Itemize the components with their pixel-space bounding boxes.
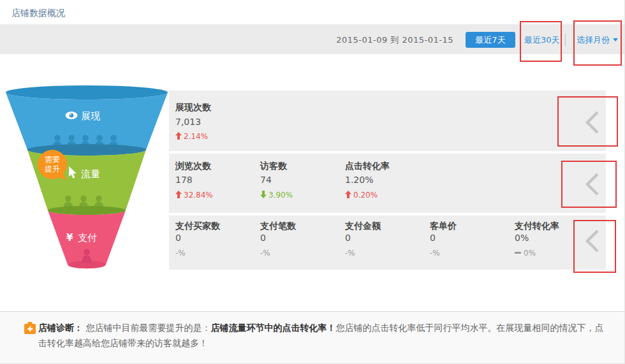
arrow-up-icon: [345, 191, 351, 198]
metric-value: 0: [345, 233, 351, 243]
annotation-box-row3-chevron: [573, 220, 616, 273]
metric-change: -%: [175, 249, 186, 258]
sales-funnel: 展现 流量 ¥ 支付: [0, 83, 173, 275]
metric-label: 浏览次数: [175, 161, 211, 172]
payment-row: 支付买家数 0 -% 支付笔数 0 -% 支付金额 0 -% 客单价 0 -% …: [169, 215, 606, 270]
annotation-box-month: [573, 20, 622, 66]
diagnosis-text: 店铺诊断： 您店铺中目前最需要提升的是：店铺流量环节中的点击转化率！您店铺的点击…: [38, 320, 605, 351]
metric-value: 74: [260, 175, 272, 185]
metric-label: 访客数: [260, 161, 287, 172]
metric-value: 0: [260, 233, 266, 243]
metric-label: 展现次数: [175, 102, 211, 113]
page-title: 店铺数据概况: [11, 8, 65, 19]
annotation-box-row1-chevron: [557, 96, 618, 147]
metric-change: 0.20%: [345, 191, 378, 200]
annotation-box-last30: [520, 21, 562, 62]
metric-label: 客单价: [430, 221, 457, 232]
metric-label: 支付买家数: [175, 221, 220, 232]
diagnosis-highlight: 店铺流量环节中的点击转化率！: [210, 323, 335, 333]
eye-icon: [66, 112, 78, 119]
stage-label: 支付: [78, 232, 97, 244]
stage-label: 流量: [81, 168, 100, 180]
store-diagnosis-bar: 店铺诊断： 您店铺中目前最需要提升的是：店铺流量环节中的点击转化率！您店铺的点击…: [0, 311, 624, 363]
metric-change: 2.14%: [175, 132, 208, 141]
annotation-box-row2-chevron: [561, 161, 617, 208]
store-data-overview-page: 店铺数据概况 2015-01-09 到 2015-01-15 最近7天 最近30…: [0, 0, 625, 364]
metric-value: 7,013: [175, 117, 201, 127]
metric-value: 0: [430, 233, 436, 243]
metric-value: 0: [175, 233, 181, 243]
metric-value: 0%: [515, 233, 529, 243]
diagnosis-kit-icon: [24, 322, 36, 334]
arrow-up-icon: [175, 191, 182, 198]
arrow-down-icon: [260, 191, 267, 198]
metric-value: 178: [175, 175, 193, 185]
metric-change: -%: [430, 249, 440, 258]
last-7-days-button[interactable]: 最近7天: [466, 32, 515, 48]
impressions-row: 展现次数 7,013 2.14%: [169, 91, 606, 151]
flat-dash-icon: [515, 252, 521, 254]
diagnosis-label: 店铺诊断：: [38, 323, 83, 333]
badge-text-line1: 需要: [45, 155, 60, 164]
metric-change: 32.84%: [175, 191, 213, 200]
funnel-stage-payment[interactable]: ¥ 支付: [48, 206, 126, 268]
yen-icon: ¥: [66, 232, 73, 244]
metric-change: 0%: [515, 249, 536, 258]
metric-label: 支付转化率: [515, 221, 559, 232]
metric-change: 3.90%: [260, 191, 293, 200]
traffic-row: 浏览次数 178 32.84% 访客数 74 3.90% 点击转化率 1.20%…: [169, 154, 606, 213]
metric-value: 1.20%: [345, 175, 373, 185]
metric-change: -%: [345, 249, 355, 258]
stage-label: 展现: [81, 110, 100, 122]
badge-text-line2: 提升: [45, 164, 60, 173]
metric-label: 支付笔数: [260, 221, 296, 232]
date-range-text: 2015-01-09 到 2015-01-15: [336, 34, 453, 46]
diagnosis-intro: 您店铺中目前最需要提升的是：: [85, 323, 210, 333]
metric-label: 支付金额: [345, 221, 381, 232]
arrow-up-icon: [175, 132, 182, 140]
metric-label: 点击转化率: [345, 161, 390, 172]
toolbar-divider: [565, 33, 566, 47]
metric-change: -%: [260, 249, 270, 258]
